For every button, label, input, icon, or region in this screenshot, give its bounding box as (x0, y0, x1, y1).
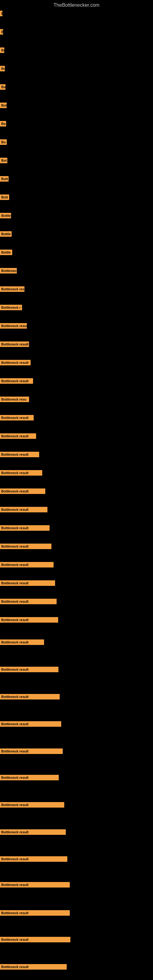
bar-item: Bott (0, 176, 9, 181)
bar-item: Bottleneck result (0, 721, 61, 727)
bar-label: Bott (0, 176, 9, 181)
bar-item: Bot (0, 158, 7, 163)
bar-item: Bottleneck result (0, 452, 39, 457)
bar-item: Bottleneck result (0, 937, 70, 942)
bar-label: Bottleneck result (0, 470, 42, 476)
bar-label: Bottleneck resu (0, 396, 29, 402)
bar-item: Bottleneck result (0, 323, 27, 329)
bar-label: Bottleneck result (0, 562, 54, 568)
bar-item: Bo (0, 48, 4, 53)
bar-item: Bottleneck result (0, 829, 66, 835)
bar-label: Bottleneck result (0, 580, 55, 586)
bar-label: Bottleneck r (0, 305, 22, 310)
bar-label: Bo (0, 121, 6, 126)
bar-label: Bo (0, 84, 5, 90)
bar-item: Bottleneck result (0, 882, 70, 888)
bar-label: Bottleneck result (0, 452, 39, 457)
bar-label: Bott (0, 194, 9, 200)
bar-item: Bottleneck resu (0, 396, 29, 402)
bar-label: Bottleneck result (0, 342, 29, 347)
bar-item: Bottleneck result (0, 580, 55, 586)
bar-item: Bottleneck result (0, 507, 48, 512)
bar-label: Bottleneck result (0, 599, 57, 604)
bar-label: Bottleneck result (0, 433, 36, 439)
bar-item: Bottle (0, 250, 12, 255)
bar-item: Bottleneck result (0, 378, 33, 384)
bar-label: Bo (0, 66, 5, 72)
bar-label: Bottleneck result (0, 488, 45, 494)
bar-item: Bottleneck result (0, 964, 67, 970)
bar-item: Bott (0, 194, 9, 200)
bar-label: Bottle (0, 250, 12, 255)
bar-item: Bottleneck resu (0, 286, 24, 292)
bar-item: Bottleneck result (0, 667, 59, 672)
bar-item: Bo (0, 84, 5, 90)
bar-item: Bottleneck result (0, 433, 36, 439)
bar-label: Bottle (0, 213, 11, 218)
bar-label: Bo (0, 139, 7, 145)
bar-item: Bottleneck result (0, 342, 29, 347)
bar-label: Bottleneck result (0, 544, 51, 549)
bar-item: B (0, 11, 2, 16)
bar-item: Bottleneck result (0, 748, 63, 754)
bar-label: Bottleneck result (0, 856, 67, 862)
bar-label: Bottleneck result (0, 829, 66, 835)
bar-item: Bottleneck result (0, 544, 51, 549)
bar-item: Bottleneck result (0, 599, 57, 604)
bar-item: Bottleneck result (0, 525, 49, 531)
bar-label: Bottleneck result (0, 910, 70, 916)
bar-label: Bottleneck result (0, 802, 64, 808)
bar-item: Bottleneck result (0, 488, 45, 494)
bar-item: Bottleneck result (0, 470, 42, 476)
bar-label: Bottleneck result (0, 937, 70, 942)
bar-label: B (0, 11, 2, 16)
bar-item: B (0, 29, 3, 35)
bar-label: Bottleneck result (0, 748, 63, 754)
bar-label: Bottleneck result (0, 617, 58, 623)
bar-item: Bot (0, 103, 7, 108)
bar-item: Bottle (0, 213, 11, 218)
bar-label: Bottleneck result (0, 378, 33, 384)
bar-label: Bottleneck result (0, 415, 33, 420)
bar-item: Bottleneck result (0, 640, 44, 645)
bar-item: Bottleneck result (0, 910, 70, 916)
bar-label: Bottleneck result (0, 667, 59, 672)
bar-label: Bottleneck result (0, 360, 30, 365)
bar-item: Bottleneck result (0, 617, 58, 623)
bar-label: Bot (0, 158, 7, 163)
bar-label: Bottleneck result (0, 507, 48, 512)
bar-label: B (0, 29, 3, 35)
bar-item: Bottleneck result (0, 694, 60, 700)
bar-item: Bottleneck result (0, 802, 64, 808)
bar-label: Bottleneck result (0, 964, 67, 970)
bar-label: Bottleneck result (0, 525, 49, 531)
bar-item: Bo (0, 139, 7, 145)
bar-item: Bottleneck result (0, 775, 59, 780)
bar-label: Bottleneck result (0, 323, 27, 329)
bar-item: Bottle (0, 231, 12, 237)
bar-label: Bottleneck result (0, 882, 70, 888)
bar-label: Bottleneck result (0, 694, 60, 700)
bar-label: Bottleneck resu (0, 286, 24, 292)
bar-item: Bottleneck result (0, 360, 30, 365)
bar-label: Bottleneck result (0, 775, 59, 780)
bar-item: Bo (0, 121, 6, 126)
bar-label: Bottleneck (0, 268, 17, 274)
bar-item: Bottleneck result (0, 856, 67, 862)
bar-item: Bottleneck result (0, 562, 54, 568)
bar-label: Bottle (0, 231, 12, 237)
bar-label: Bot (0, 103, 7, 108)
bar-item: Bottleneck (0, 268, 17, 274)
bar-item: Bo (0, 66, 5, 72)
bar-label: Bottleneck result (0, 640, 44, 645)
bar-item: Bottleneck r (0, 305, 22, 310)
bar-item: Bottleneck result (0, 415, 33, 420)
bar-label: Bottleneck result (0, 721, 61, 727)
site-title: TheBottlenecker.com (0, 0, 153, 10)
bar-label: Bo (0, 48, 4, 53)
